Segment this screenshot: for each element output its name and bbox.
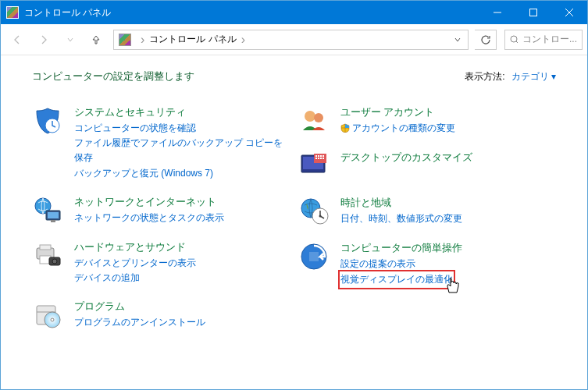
left-column: システムとセキュリティ コンピューターの状態を確認 ファイル履歴でファイルのバッ… <box>32 105 290 345</box>
svg-rect-24 <box>315 155 317 157</box>
category-clock-region: 時計と地域 日付、時刻、数値形式の変更 <box>298 196 557 227</box>
category-link[interactable]: プログラムのアンインストール <box>74 315 205 330</box>
svg-point-34 <box>319 215 321 218</box>
svg-rect-30 <box>320 158 322 159</box>
window-controls <box>479 1 587 24</box>
recent-dropdown[interactable] <box>59 28 82 51</box>
chevron-down-icon: ▾ <box>551 71 556 82</box>
category-link[interactable]: ネットワークの状態とタスクの表示 <box>74 211 224 225</box>
navbar: › コントロール パネル › コントロー... <box>1 24 587 55</box>
category-link[interactable]: ファイル履歴でファイルのバックアップ コピーを保存 <box>74 136 290 165</box>
svg-rect-36 <box>309 252 319 261</box>
ease-of-access-icon <box>298 241 330 272</box>
svg-rect-25 <box>318 155 319 157</box>
search-icon <box>510 35 518 44</box>
category-title[interactable]: デスクトップのカスタマイズ <box>340 151 472 165</box>
category-link[interactable]: コンピューターの状態を確認 <box>74 121 290 136</box>
category-link[interactable]: デバイスの追加 <box>74 271 196 285</box>
svg-rect-26 <box>320 155 322 157</box>
category-network-internet: ネットワークとインターネット ネットワークの状態とタスクの表示 <box>32 195 290 226</box>
svg-rect-12 <box>40 245 51 250</box>
search-placeholder: コントロー... <box>522 33 577 46</box>
category-personalization: デスクトップのカスタマイズ <box>298 151 557 182</box>
category-title[interactable]: コンピューターの簡単操作 <box>340 241 462 255</box>
category-user-accounts: ユーザー アカウント アカウントの種類の変更 <box>298 105 557 136</box>
address-dropdown[interactable] <box>447 36 468 44</box>
search-input[interactable]: コントロー... <box>504 30 583 50</box>
category-title[interactable]: ネットワークとインターネット <box>74 195 224 209</box>
category-link-optimize-display[interactable]: 視覚ディスプレイの最適化 <box>340 272 453 287</box>
up-button[interactable] <box>85 29 107 51</box>
svg-line-5 <box>516 41 518 44</box>
category-title[interactable]: ハードウェアとサウンド <box>74 240 196 254</box>
shield-chart-icon <box>32 105 63 136</box>
chevron-right-icon[interactable]: › <box>237 33 250 47</box>
maximize-button[interactable] <box>515 1 551 24</box>
view-by: 表示方法: カテゴリ ▾ <box>465 70 556 83</box>
svg-point-4 <box>511 36 517 42</box>
category-ease-of-access: コンピューターの簡単操作 設定の提案の表示 視覚ディスプレイの最適化 <box>298 241 557 287</box>
printer-camera-icon <box>32 240 63 271</box>
category-link[interactable]: 設定の提案の表示 <box>340 257 462 271</box>
address-bar[interactable]: › コントロール パネル › <box>113 30 469 50</box>
right-column: ユーザー アカウント アカウントの種類の変更 デスクトップのカスタマイズ <box>298 105 557 345</box>
page-title: コンピューターの設定を調整します <box>32 69 194 83</box>
control-panel-icon <box>6 6 19 19</box>
category-hardware-sound: ハードウェアとサウンド デバイスとプリンターの表示 デバイスの追加 <box>32 240 290 285</box>
chevron-right-icon[interactable]: › <box>136 33 149 47</box>
svg-rect-27 <box>323 155 324 157</box>
titlebar: コントロール パネル <box>1 1 587 24</box>
view-by-dropdown[interactable]: カテゴリ ▾ <box>511 70 556 83</box>
desktop-customize-icon <box>298 151 330 182</box>
category-link[interactable]: 日付、時刻、数値形式の変更 <box>340 211 462 226</box>
category-link[interactable]: デバイスとプリンターの表示 <box>74 256 196 271</box>
category-title[interactable]: 時計と地域 <box>340 196 462 210</box>
category-title[interactable]: システムとセキュリティ <box>74 105 290 119</box>
category-system-security: システムとセキュリティ コンピューターの状態を確認 ファイル履歴でファイルのバッ… <box>32 105 290 181</box>
svg-rect-29 <box>318 158 319 159</box>
minimize-button[interactable] <box>479 1 515 24</box>
category-programs: プログラム プログラムのアンインストール <box>32 300 290 331</box>
category-link[interactable]: アカウントの種類の変更 <box>340 121 455 136</box>
clock-globe-icon <box>298 196 330 227</box>
svg-rect-1 <box>530 9 537 16</box>
category-title[interactable]: プログラム <box>74 300 205 314</box>
window-title: コントロール パネル <box>24 6 479 20</box>
content-area: コンピューターの設定を調整します 表示方法: カテゴリ ▾ システムとセキュリテ… <box>1 55 587 359</box>
svg-point-19 <box>305 111 315 122</box>
control-panel-icon <box>119 34 131 46</box>
refresh-button[interactable] <box>475 30 497 50</box>
breadcrumb[interactable]: コントロール パネル <box>149 33 236 46</box>
svg-point-20 <box>314 113 323 122</box>
svg-point-15 <box>52 259 57 264</box>
user-accounts-icon <box>298 105 330 136</box>
svg-rect-10 <box>51 220 55 222</box>
category-link[interactable]: バックアップと復元 (Windows 7) <box>74 166 290 181</box>
svg-point-18 <box>51 318 54 321</box>
forward-button[interactable] <box>32 28 55 51</box>
shield-icon <box>340 123 350 133</box>
category-title[interactable]: ユーザー アカウント <box>340 105 455 119</box>
svg-rect-28 <box>315 158 317 159</box>
svg-rect-9 <box>48 212 59 218</box>
programs-disc-icon <box>32 300 63 331</box>
view-by-label: 表示方法: <box>465 70 504 83</box>
svg-rect-31 <box>323 158 324 159</box>
globe-monitor-icon <box>32 195 63 226</box>
close-button[interactable] <box>551 1 587 24</box>
back-button[interactable] <box>5 28 29 51</box>
view-by-value: カテゴリ <box>511 71 549 82</box>
